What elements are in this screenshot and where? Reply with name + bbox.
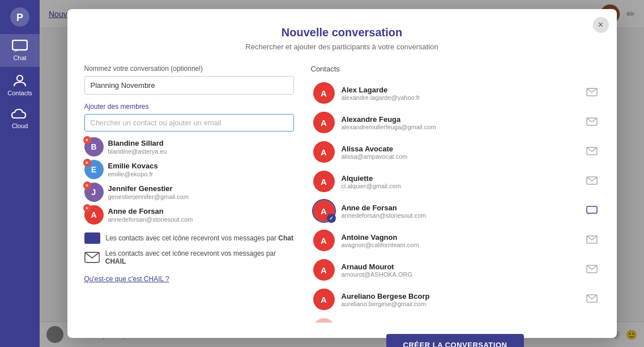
contact-name: Anne de Forsan	[342, 204, 579, 212]
contacts-label: Contacts	[311, 65, 600, 73]
contact-email: alexandremullerfeuga@gmail.com	[342, 124, 579, 130]
remove-member-button[interactable]: ×	[83, 181, 91, 189]
contact-selected-check: ✓	[327, 214, 336, 223]
modal-body: Nommez votre conversation (optionnel) Aj…	[84, 65, 600, 347]
contact-name: Alex Lagarde	[342, 86, 579, 94]
member-email: blandine@asterya.eu	[108, 148, 167, 155]
chail-info-link[interactable]: Qu'est-ce que c'est CHAIL ?	[84, 275, 169, 283]
create-btn-wrapper: CRÉER LA CONVERSATION	[311, 334, 600, 347]
added-members-list: × B Blandine Sillard blandine@asterya.eu…	[84, 137, 294, 225]
sidebar: P Chat Contacts Cloud	[0, 0, 40, 347]
contact-mail-icon	[586, 176, 598, 187]
table-row[interactable]: A Aureliano Bergese Bcorp	[311, 315, 600, 323]
member-email: annedeforsan@storiesout.com	[108, 216, 193, 223]
member-email: emilie@ekopo.fr	[108, 171, 153, 177]
contact-email: cl.alquier@gmail.com	[342, 183, 579, 189]
remove-member-button[interactable]: ×	[83, 136, 91, 144]
list-item: × A Anne de Forsan annedeforsan@storieso…	[84, 205, 294, 225]
legend: Les contacts avec cet icône recevront vo…	[84, 232, 294, 265]
member-name: Jennifer Genestier	[108, 184, 189, 193]
svg-rect-12	[587, 206, 597, 213]
contact-name: Antoine Vagnon	[342, 233, 579, 242]
svg-point-4	[17, 75, 23, 81]
list-item: × B Blandine Sillard blandine@asterya.eu	[84, 137, 294, 156]
contact-avatar: A	[313, 141, 335, 163]
contact-mail-icon	[586, 265, 598, 276]
create-conversation-button[interactable]: CRÉER LA CONVERSATION	[386, 334, 524, 347]
list-item: × E Emilie Kovacs emilie@ekopo.fr	[84, 160, 294, 179]
sidebar-item-chat[interactable]: Chat	[0, 34, 40, 67]
member-avatar: × B	[84, 137, 104, 156]
member-avatar: × E	[84, 160, 104, 179]
contact-name: Alquiette	[342, 174, 579, 183]
conv-name-label: Nommez votre conversation (optionnel)	[84, 65, 294, 73]
contacts-list: A Alex Lagarde alexandre.lagarde@yahoo.f…	[311, 79, 600, 323]
table-row[interactable]: A Alissa Avocate alissa@ampavocat.com	[311, 138, 600, 166]
contact-mail-icon	[586, 294, 598, 305]
modal-subtitle: Rechercher et ajouter des participants à…	[84, 43, 600, 51]
sidebar-label-cloud: Cloud	[12, 122, 28, 129]
member-avatar: × A	[84, 205, 104, 225]
modal-close-button[interactable]: ×	[593, 17, 609, 33]
contact-avatar: A	[313, 230, 335, 251]
list-item: × J Jennifer Genestier genestierjennifer…	[84, 183, 294, 202]
contact-mail-icon	[586, 147, 598, 158]
table-row[interactable]: A Alexandre Feuga alexandremullerfeuga@g…	[311, 108, 600, 137]
contact-avatar: A	[313, 289, 335, 310]
contact-email: annedeforsan@storiesout.com	[342, 212, 579, 219]
contact-email: amourot@ASHOKA.ORG	[342, 271, 579, 278]
table-row[interactable]: A Alex Lagarde alexandre.lagarde@yahoo.f…	[311, 79, 600, 107]
member-avatar: × J	[84, 183, 104, 202]
sidebar-item-cloud[interactable]: Cloud	[0, 102, 40, 135]
contact-email: avagnon@californteam.com	[342, 242, 579, 248]
sidebar-label-chat: Chat	[13, 54, 26, 61]
member-name: Blandine Sillard	[108, 139, 167, 147]
contact-avatar: A	[313, 171, 335, 192]
right-column: Contacts A Alex Lagarde alexandre.lagard…	[311, 65, 600, 347]
contact-mail-icon	[586, 235, 598, 246]
contact-name: Aureliano Bergese Bcorp	[342, 292, 579, 301]
conv-name-input[interactable]	[84, 76, 294, 95]
member-name: Anne de Forsan	[108, 207, 193, 215]
chat-legend-icon	[84, 232, 100, 244]
table-row[interactable]: A Alquiette cl.alquier@gmail.com	[311, 167, 600, 196]
remove-member-button[interactable]: ×	[83, 159, 91, 167]
add-members-label: Ajouter des membres	[84, 103, 294, 111]
new-conversation-modal: × Nouvelle conversation Rechercher et aj…	[67, 9, 617, 338]
svg-rect-2	[12, 40, 27, 50]
contact-mail-icon	[586, 117, 598, 128]
app-logo[interactable]: P	[8, 6, 31, 28]
contact-email: aureliano.bergese@gmail.com	[342, 301, 579, 307]
table-row[interactable]: A ✓ Anne de Forsan annedeforsan@storieso…	[311, 197, 600, 225]
contact-avatar: A	[313, 318, 335, 323]
modal-overlay: × Nouvelle conversation Rechercher et aj…	[40, 0, 644, 347]
legend-chat-item: Les contacts avec cet icône recevront vo…	[84, 232, 294, 244]
sidebar-item-contacts[interactable]: Contacts	[0, 67, 40, 102]
sidebar-label-contacts: Contacts	[7, 90, 32, 96]
contact-name: Alissa Avocate	[342, 145, 579, 153]
table-row[interactable]: A Arnaud Mourot amourot@ASHOKA.ORG	[311, 256, 600, 284]
main-area: Nouvelle conversation + roxane.julien_ne…	[40, 0, 644, 347]
legend-mail-text: Les contacts avec cet icône recevront vo…	[105, 249, 294, 265]
member-email: genestierjennifer@gmail.com	[108, 193, 189, 200]
member-name: Emilie Kovacs	[108, 162, 158, 170]
contact-avatar: A	[313, 112, 335, 133]
contact-avatar: A	[313, 82, 335, 104]
legend-chat-text: Les contacts avec cet icône recevront vo…	[106, 234, 294, 242]
left-column: Nommez votre conversation (optionnel) Aj…	[84, 65, 294, 347]
table-row[interactable]: A Aureliano Bergese Bcorp aureliano.berg…	[311, 285, 600, 314]
svg-text:P: P	[16, 12, 23, 23]
table-row[interactable]: A Antoine Vagnon avagnon@californteam.co…	[311, 226, 600, 255]
remove-member-button[interactable]: ×	[83, 204, 91, 212]
contact-mail-icon	[586, 88, 598, 99]
legend-mail-item: Les contacts avec cet icône recevront vo…	[84, 249, 294, 265]
contact-avatar: A ✓	[313, 200, 335, 222]
contact-avatar: A	[313, 259, 335, 281]
mail-legend-icon	[84, 252, 100, 263]
modal-title: Nouvelle conversation	[84, 26, 600, 39]
contact-name: Arnaud Mourot	[342, 263, 579, 271]
contact-email: alissa@ampavocat.com	[342, 153, 579, 160]
contact-chat-icon	[586, 206, 598, 217]
member-search-input[interactable]	[84, 114, 294, 132]
contact-name: Alexandre Feuga	[342, 115, 579, 124]
